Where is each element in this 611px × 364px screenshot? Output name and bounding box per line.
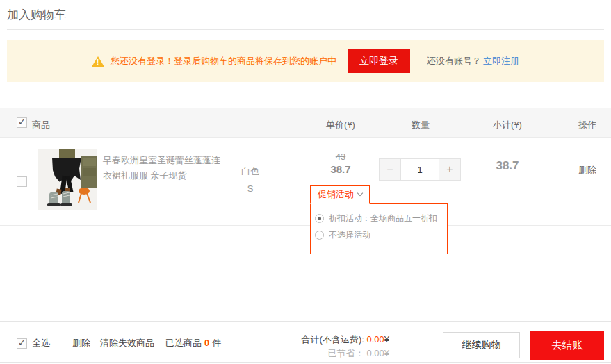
variant-size: S [229,180,271,197]
saved-value: 0.00 [366,348,384,358]
item-delete-link[interactable]: 删除 [567,164,608,176]
login-banner: 您还没有登录！登录后购物车的商品将保存到您的账户中 立即登录 还没有账号？ 立即… [7,40,604,82]
select-all-header-checkbox[interactable] [17,117,27,128]
price-block: 43 38.7 [313,151,368,175]
cart-item-row: 早春欧洲皇室圣诞蕾丝蓬蓬连衣裙礼服服 亲子现货 白色 S 43 38.7 − +… [0,138,611,226]
radio-unselected-icon[interactable] [315,231,324,240]
radio-selected-icon[interactable] [315,214,324,223]
selected-count: 0 [204,338,209,348]
variant-color: 白色 [229,163,271,180]
product-variant: 白色 S [229,163,271,197]
promotion-option-discount[interactable]: 折扣活动：全场商品五一折扣 [315,213,441,224]
no-account-text: 还没有账号？ [427,55,481,67]
selected-count-label: 已选商品0件 [165,337,221,349]
currency-symbol: ¥ [384,334,389,345]
original-price: 43 [313,151,368,162]
page-title: 加入购物车 [7,7,66,23]
quantity-input[interactable] [401,158,439,181]
promotion-dropdown-toggle[interactable]: 促销活动 [310,185,370,204]
footer-left-actions: 全选 删除 清除失效商品 已选商品0件 [17,337,221,349]
currency-symbol: ¥ [384,348,389,358]
product-image[interactable] [38,149,97,210]
promotion-dropdown-panel: 折扣活动：全场商品五一折扣 不选择活动 [310,203,448,254]
footer-totals: 合计(不含运费): 0.00¥ 已节省： 0.00¥ [222,333,389,361]
promotion-option-none[interactable]: 不选择活动 [315,229,441,241]
footer-delete-link[interactable]: 删除 [72,337,90,349]
chevron-down-icon [357,190,363,196]
saved-line: 已节省： 0.00¥ [222,347,389,361]
column-header-unit-price: 单价(¥) [313,119,368,131]
saved-label: 已节省： [328,348,364,358]
item-checkbox[interactable] [17,176,27,187]
warning-icon [92,56,104,67]
column-header-subtotal: 小计(¥) [480,119,535,131]
select-all-label[interactable]: 全选 [32,337,50,349]
continue-shopping-button[interactable]: 继续购物 [443,332,520,358]
register-link[interactable]: 立即注册 [483,55,519,67]
current-price: 38.7 [313,163,368,175]
quantity-stepper: − + [379,158,461,181]
checkout-button[interactable]: 去结账 [530,331,604,360]
promotion-option-label: 不选择活动 [329,229,370,241]
select-all-footer-checkbox[interactable] [17,338,27,349]
total-label: 合计(不含运费): [302,334,364,345]
item-subtotal: 38.7 [480,159,535,173]
column-header-product: 商品 [32,119,50,131]
total-line: 合计(不含运费): 0.00¥ [222,333,389,347]
login-button[interactable]: 立即登录 [348,49,410,73]
column-header-action: 操作 [567,119,608,131]
divider [7,29,604,30]
total-value: 0.00 [366,334,384,345]
cart-table-header: 商品 单价(¥) 数量 小计(¥) 操作 [0,108,611,138]
product-title[interactable]: 早春欧洲皇室圣诞蕾丝蓬蓬连衣裙礼服服 亲子现货 [103,153,227,183]
clear-invalid-link[interactable]: 清除失效商品 [100,337,154,349]
quantity-increase-button[interactable]: + [439,158,461,181]
selected-unit: 件 [212,338,221,348]
cart-footer-bar: 全选 删除 清除失效商品 已选商品0件 合计(不含运费): 0.00¥ 已节省：… [0,321,611,363]
login-warning-message: 您还没有登录！登录后购物车的商品将保存到您的账户中 [111,55,336,67]
column-header-quantity: 数量 [393,119,448,131]
promotion-option-label: 折扣活动：全场商品五一折扣 [329,213,437,224]
promotion-label: 促销活动 [318,189,354,199]
selected-label: 已选商品 [165,338,202,348]
quantity-decrease-button[interactable]: − [379,158,401,181]
